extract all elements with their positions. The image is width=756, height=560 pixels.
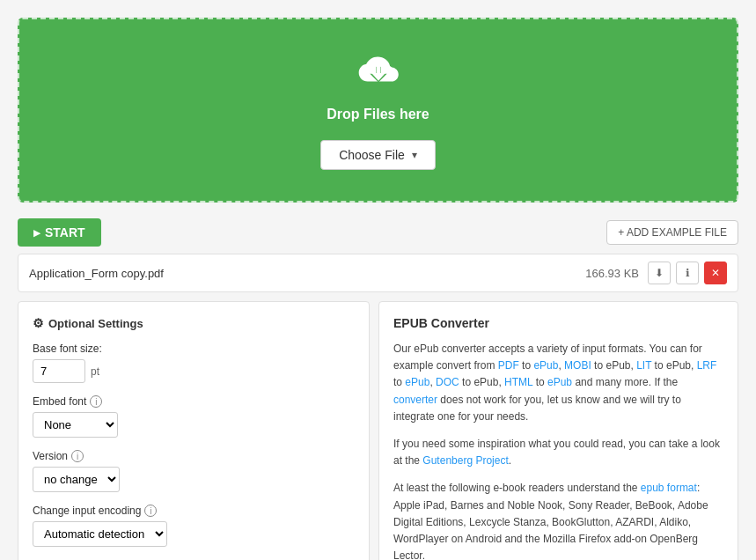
version-group: Version i no change 2.0 3.0 [33, 450, 355, 492]
settings-panel: Optional Settings Base font size: pt Emb… [18, 301, 370, 560]
drop-text: Drop Files here [327, 107, 429, 122]
info-title: EPUB Converter [393, 316, 723, 330]
encoding-select[interactable]: Automatic detection UTF-8 ISO-8859-1 [33, 521, 167, 547]
start-label: START [45, 225, 85, 239]
toolbar: START ADD EXAMPLE FILE [9, 211, 747, 254]
file-size: 166.93 KB [585, 267, 639, 280]
link-pdf[interactable]: PDF [498, 359, 519, 372]
link-epub-1[interactable]: ePub [533, 359, 558, 372]
embed-font-group: Embed font i None Serif Sans-serif [33, 395, 355, 438]
font-size-label: Base font size: [33, 343, 355, 355]
embed-font-info-icon[interactable]: i [90, 395, 102, 408]
choose-file-dropdown-arrow: ▾ [412, 149, 417, 161]
choose-file-button[interactable]: Choose File ▾ [320, 140, 436, 170]
encoding-label: Change input encoding i [33, 505, 355, 517]
file-download-button[interactable]: ⬇ [648, 262, 671, 284]
info-paragraph-2: If you need some inspiration what you co… [393, 436, 723, 469]
link-epub-format[interactable]: epub format [641, 482, 697, 494]
drop-zone[interactable]: Drop Files here Choose File ▾ [18, 18, 738, 203]
start-button[interactable]: START [18, 218, 101, 247]
link-epub-3[interactable]: ePub [547, 376, 572, 388]
add-example-button[interactable]: ADD EXAMPLE FILE [606, 220, 738, 245]
link-converter[interactable]: converter [393, 394, 437, 406]
cloud-upload-icon [348, 51, 409, 99]
font-size-unit: pt [91, 365, 99, 378]
link-gutenberg[interactable]: Gutenberg Project [422, 454, 508, 467]
version-info-icon[interactable]: i [71, 450, 84, 462]
settings-title: Optional Settings [33, 316, 355, 330]
choose-file-label: Choose File [339, 148, 405, 162]
version-select[interactable]: no change 2.0 3.0 [33, 467, 120, 492]
file-remove-button[interactable]: ✕ [704, 262, 727, 284]
link-mobi[interactable]: MOBI [564, 359, 591, 372]
download-icon: ⬇ [655, 267, 664, 279]
link-doc[interactable]: DOC [436, 376, 459, 388]
add-example-label: ADD EXAMPLE FILE [627, 226, 727, 239]
file-info-button[interactable]: ℹ [676, 262, 699, 284]
embed-font-label: Embed font i [33, 395, 355, 408]
file-name: Application_Form copy.pdf [29, 267, 585, 280]
bottom-panels: Optional Settings Base font size: pt Emb… [18, 301, 738, 560]
info-panel: EPUB Converter Our ePub converter accept… [378, 301, 738, 560]
font-size-row: pt [33, 359, 355, 383]
font-size-group: Base font size: pt [33, 343, 355, 383]
encoding-info-icon[interactable]: i [144, 505, 157, 517]
file-actions: ⬇ ℹ ✕ [648, 262, 727, 284]
link-epub-2[interactable]: ePub [405, 376, 429, 388]
file-row: Application_Form copy.pdf 166.93 KB ⬇ ℹ … [18, 254, 738, 292]
link-html[interactable]: HTML [504, 376, 532, 388]
font-size-input[interactable] [33, 359, 85, 383]
encoding-group: Change input encoding i Automatic detect… [33, 505, 355, 547]
info-paragraph-1: Our ePub converter accepts a variety of … [393, 341, 723, 425]
close-icon: ✕ [711, 267, 720, 279]
info-paragraph-3: At least the following e-book readers un… [393, 480, 723, 560]
main-container: Drop Files here Choose File ▾ START ADD … [0, 0, 756, 560]
version-label: Version i [33, 450, 355, 462]
link-lrf[interactable]: LRF [697, 359, 717, 372]
info-icon: ℹ [686, 267, 690, 279]
link-lit[interactable]: LIT [636, 359, 651, 372]
embed-font-select[interactable]: None Serif Sans-serif [33, 412, 118, 438]
